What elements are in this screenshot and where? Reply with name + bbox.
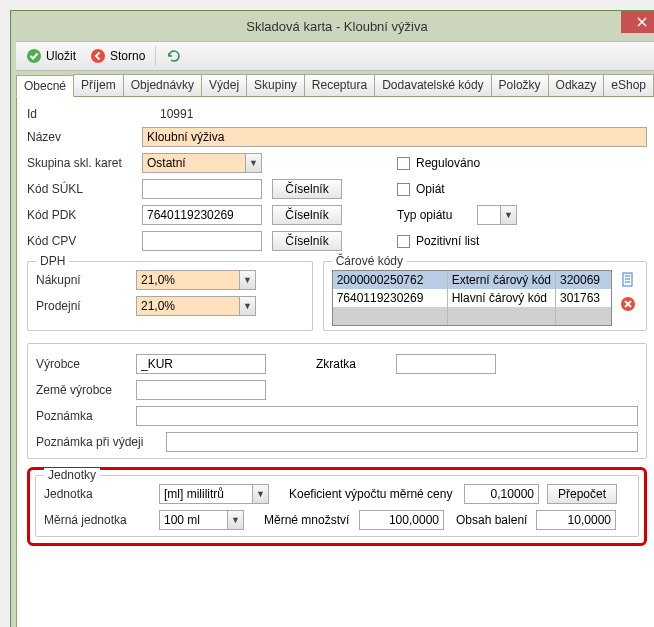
regulovano-checkbox[interactable]: [397, 157, 410, 170]
close-button[interactable]: [621, 11, 654, 33]
delete-barcode-button[interactable]: [618, 294, 638, 314]
poznamkavydej-input[interactable]: [166, 432, 638, 452]
barcode-row[interactable]: 7640119230269 Hlavní čárový kód 301763: [333, 289, 611, 307]
pozlist-checkbox[interactable]: [397, 235, 410, 248]
add-barcode-button[interactable]: [618, 270, 638, 290]
skupina-input[interactable]: [142, 153, 262, 173]
tab-vydej[interactable]: Výdej: [201, 74, 247, 96]
kodpdk-label: Kód PDK: [27, 208, 142, 222]
vyrobce-input[interactable]: [136, 354, 266, 374]
nakupni-label: Nákupní: [36, 273, 136, 287]
kodcpv-input[interactable]: [142, 231, 262, 251]
prepocet-button[interactable]: Přepočet: [547, 484, 617, 504]
carove-legend: Čárové kódy: [332, 254, 407, 268]
barcode-row[interactable]: 2000000250762 Externí čárový kód 320069: [333, 271, 611, 289]
obsahbaleni-label: Obsah balení: [456, 513, 536, 527]
prodejni-label: Prodejní: [36, 299, 136, 313]
check-circle-icon: [26, 48, 42, 64]
chevron-down-icon[interactable]: ▼: [239, 271, 255, 289]
chevron-down-icon[interactable]: ▼: [245, 154, 261, 172]
svg-point-1: [91, 49, 105, 63]
tab-skupiny[interactable]: Skupiny: [246, 74, 305, 96]
tab-dodavatelske[interactable]: Dodavatelské kódy: [374, 74, 491, 96]
opiat-checkbox[interactable]: [397, 183, 410, 196]
jednotky-legend: Jednotky: [44, 468, 100, 482]
zemevyrobce-label: Země výrobce: [36, 383, 136, 397]
tab-prijem[interactable]: Příjem: [73, 74, 124, 96]
tab-eshop[interactable]: eShop: [603, 74, 654, 96]
pozlist-label: Pozitivní list: [416, 234, 479, 248]
kodcpv-label: Kód CPV: [27, 234, 142, 248]
koef-label: Koeficient výpočtu měrné ceny: [289, 487, 464, 501]
obsahbaleni-input[interactable]: [536, 510, 616, 530]
refresh-icon: [166, 48, 182, 64]
id-label: Id: [27, 107, 142, 121]
dph-legend: DPH: [36, 254, 69, 268]
typopiatu-label: Typ opiátu: [397, 208, 477, 222]
skupina-label: Skupina skl. karet: [27, 156, 142, 170]
koef-input[interactable]: [464, 484, 539, 504]
poznamkavydej-label: Poznámka při výdeji: [36, 435, 166, 449]
id-value: 10991: [160, 107, 193, 121]
kodsukl-label: Kód SÚKL: [27, 182, 142, 196]
poznamka-label: Poznámka: [36, 409, 136, 423]
tab-odkazy[interactable]: Odkazy: [548, 74, 605, 96]
opiat-label: Opiát: [416, 182, 445, 196]
form-panel: Id 10991 Název Skupina skl. karet ▼ Regu…: [16, 97, 654, 627]
nakupni-input[interactable]: [136, 270, 256, 290]
units-highlight: Jednotky Jednotka ▼ Koeficient výpočtu m…: [27, 467, 647, 546]
delete-circle-icon: [620, 296, 636, 312]
tab-objednavky[interactable]: Objednávky: [123, 74, 202, 96]
chevron-down-icon[interactable]: ▼: [252, 485, 268, 503]
titlebar: Skladová karta - Kloubní výživa: [11, 11, 654, 41]
ciselnik-pdk-button[interactable]: Číselník: [272, 205, 342, 225]
barcode-row-empty: [333, 307, 611, 325]
app-window: Skladová karta - Kloubní výživa Uložit S…: [10, 10, 654, 627]
refresh-button[interactable]: [162, 46, 186, 66]
tab-polozky[interactable]: Položky: [491, 74, 549, 96]
zemevyrobce-input[interactable]: [136, 380, 266, 400]
ciselnik-cpv-button[interactable]: Číselník: [272, 231, 342, 251]
window-title: Skladová karta - Kloubní výživa: [11, 19, 654, 34]
chevron-down-icon[interactable]: ▼: [500, 206, 516, 224]
cancel-button[interactable]: Storno: [86, 46, 149, 66]
chevron-down-icon[interactable]: ▼: [227, 511, 243, 529]
nazev-label: Název: [27, 130, 142, 144]
mernemnozstvi-label: Měrné množství: [264, 513, 359, 527]
document-add-icon: [620, 272, 636, 288]
prodejni-input[interactable]: [136, 296, 256, 316]
tab-obecne[interactable]: Obecné: [16, 75, 74, 97]
tab-receptura[interactable]: Receptura: [304, 74, 375, 96]
jednotka-label: Jednotka: [44, 487, 159, 501]
zkratka-input[interactable]: [396, 354, 496, 374]
toolbar-separator: [155, 46, 156, 66]
vyrobce-label: Výrobce: [36, 357, 136, 371]
close-icon: [637, 17, 647, 27]
ciselnik-sukl-button[interactable]: Číselník: [272, 179, 342, 199]
back-circle-icon: [90, 48, 106, 64]
mernemnozstvi-input[interactable]: [359, 510, 444, 530]
mernajednotka-label: Měrná jednotka: [44, 513, 159, 527]
barcode-grid[interactable]: 2000000250762 Externí čárový kód 320069 …: [332, 270, 612, 326]
toolbar: Uložit Storno: [16, 41, 654, 71]
nazev-input[interactable]: [142, 127, 647, 147]
poznamka-input[interactable]: [136, 406, 638, 426]
zkratka-label: Zkratka: [316, 357, 396, 371]
save-button[interactable]: Uložit: [22, 46, 80, 66]
tab-bar: Obecné Příjem Objednávky Výdej Skupiny R…: [16, 74, 654, 97]
regulovano-label: Regulováno: [416, 156, 480, 170]
kodpdk-input[interactable]: [142, 205, 262, 225]
kodsukl-input[interactable]: [142, 179, 262, 199]
chevron-down-icon[interactable]: ▼: [239, 297, 255, 315]
